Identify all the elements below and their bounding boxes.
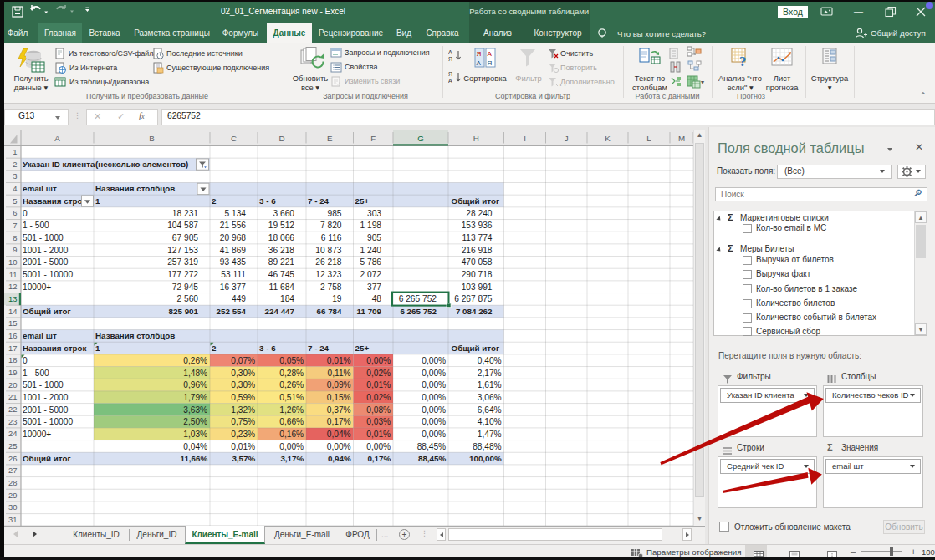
svg-text:0,00%: 0,00% (422, 380, 446, 389)
svg-text:0,00%: 0,00% (422, 369, 446, 378)
svg-text:1,03%: 1,03% (183, 430, 207, 439)
svg-text:6: 6 (13, 208, 17, 217)
svg-text:А: А (477, 59, 482, 67)
svg-text:0,03%: 0,03% (366, 417, 391, 426)
svg-text:29: 29 (8, 491, 17, 500)
svg-text:3 660: 3 660 (273, 209, 295, 218)
svg-text:1,32%: 1,32% (231, 405, 255, 415)
svg-text:1 198: 1 198 (360, 221, 382, 230)
svg-text:Я: Я (448, 56, 452, 62)
svg-text:2 758: 2 758 (320, 283, 342, 292)
svg-text:8: 8 (13, 233, 17, 242)
svg-text:28 240: 28 240 (466, 209, 492, 218)
svg-text:6 265 752: 6 265 752 (400, 307, 437, 316)
svg-text:224 447: 224 447 (265, 307, 295, 316)
svg-text:7 820: 7 820 (320, 221, 342, 230)
svg-text:22: 22 (8, 405, 17, 414)
svg-text:1001 - 2000: 1001 - 2000 (23, 246, 69, 255)
svg-text:А: А (488, 50, 493, 58)
svg-text:18: 18 (8, 355, 17, 364)
svg-text:0,11%: 0,11% (328, 369, 351, 378)
svg-text:18 066: 18 066 (268, 233, 294, 242)
svg-text:25+: 25+ (355, 196, 370, 206)
svg-text:7 - 24: 7 - 24 (308, 344, 330, 353)
svg-text:0,00%: 0,00% (327, 442, 351, 451)
svg-text:0,04%: 0,04% (327, 430, 351, 439)
svg-text:290 718: 290 718 (462, 270, 493, 279)
svg-text:48: 48 (372, 294, 382, 303)
svg-text:0,15%: 0,15% (327, 393, 351, 402)
svg-text:216 918: 216 918 (462, 246, 493, 255)
svg-text:470 058: 470 058 (462, 257, 493, 267)
svg-text:1,26%: 1,26% (279, 405, 304, 415)
svg-text:5001 - 10000: 5001 - 10000 (23, 270, 73, 279)
svg-text:0,00%: 0,00% (422, 430, 446, 439)
svg-text:0,02%: 0,02% (366, 369, 391, 378)
svg-text:3: 3 (13, 171, 17, 181)
svg-text:100,00%: 100,00% (469, 454, 502, 463)
svg-text:Названия строк: Названия строк (23, 344, 86, 353)
svg-text:25: 25 (8, 441, 17, 451)
svg-text:23: 23 (8, 417, 17, 426)
svg-text:0,00%: 0,00% (422, 417, 446, 426)
svg-text:93 435: 93 435 (220, 257, 246, 267)
svg-text:15: 15 (8, 318, 17, 328)
svg-text:0,96%: 0,96% (183, 380, 207, 389)
svg-text:email шт: email шт (23, 331, 57, 340)
svg-text:0,00%: 0,00% (422, 356, 446, 365)
svg-text:Я: Я (488, 59, 493, 67)
svg-text:2: 2 (212, 196, 217, 206)
svg-text:1: 1 (95, 344, 100, 353)
svg-text:0,09%: 0,09% (327, 380, 351, 389)
svg-text:J: J (565, 134, 569, 143)
svg-text:21 556: 21 556 (220, 221, 246, 230)
svg-text:88,45%: 88,45% (417, 442, 447, 451)
svg-text:K: K (605, 134, 611, 143)
svg-text:0,17%: 0,17% (367, 454, 391, 463)
svg-text:1,48%: 1,48% (183, 369, 207, 378)
svg-text:103 991: 103 991 (462, 283, 493, 292)
svg-text:46 745: 46 745 (268, 270, 294, 279)
svg-text:26: 26 (8, 454, 17, 463)
svg-text:53 111: 53 111 (221, 270, 246, 279)
svg-text:email шт: email шт (23, 184, 57, 193)
svg-text:14: 14 (8, 307, 17, 316)
svg-text:19: 19 (8, 368, 17, 377)
svg-text:252 554: 252 554 (217, 307, 247, 316)
svg-text:H: H (473, 134, 479, 143)
svg-text:0,51%: 0,51% (279, 393, 304, 402)
svg-text:89 221: 89 221 (268, 257, 294, 267)
svg-text:0,40%: 0,40% (478, 356, 502, 365)
svg-text:0,28%: 0,28% (279, 369, 304, 378)
svg-text:А: А (448, 78, 452, 84)
svg-text:10: 10 (8, 257, 17, 267)
svg-text:0,00%: 0,00% (366, 356, 391, 365)
svg-text:36 218: 36 218 (268, 246, 294, 255)
svg-text:24: 24 (8, 429, 17, 438)
svg-text:6 116: 6 116 (321, 233, 342, 242)
svg-text:0,26%: 0,26% (279, 380, 304, 389)
svg-text:19 512: 19 512 (268, 221, 294, 230)
svg-text:D: D (278, 134, 284, 143)
svg-text:10000+: 10000+ (23, 430, 51, 439)
svg-text:0,17%: 0,17% (327, 417, 351, 426)
svg-text:88,45%: 88,45% (418, 454, 447, 463)
svg-text:Я: Я (477, 50, 482, 58)
svg-text:20 968: 20 968 (220, 233, 246, 242)
svg-text:G: G (417, 134, 424, 143)
svg-text:1 240: 1 240 (360, 246, 382, 255)
svg-text:3,57%: 3,57% (232, 454, 255, 463)
svg-text:72 945: 72 945 (172, 283, 198, 292)
svg-text:1001 - 2000: 1001 - 2000 (23, 393, 69, 402)
svg-text:Названия строк: Названия строк (23, 196, 86, 206)
svg-text:Названия столбцов: Названия столбцов (95, 184, 175, 193)
svg-text:7 084 262: 7 084 262 (456, 307, 493, 316)
svg-text:L: L (646, 134, 651, 143)
svg-text:Я: Я (448, 71, 452, 77)
svg-text:0,59%: 0,59% (231, 393, 255, 402)
svg-text:0,75%: 0,75% (231, 417, 255, 426)
svg-text:2001 - 5000: 2001 - 5000 (23, 257, 69, 267)
svg-text:F: F (370, 134, 376, 143)
svg-text:0: 0 (23, 209, 28, 218)
svg-text:0,66%: 0,66% (279, 417, 304, 426)
